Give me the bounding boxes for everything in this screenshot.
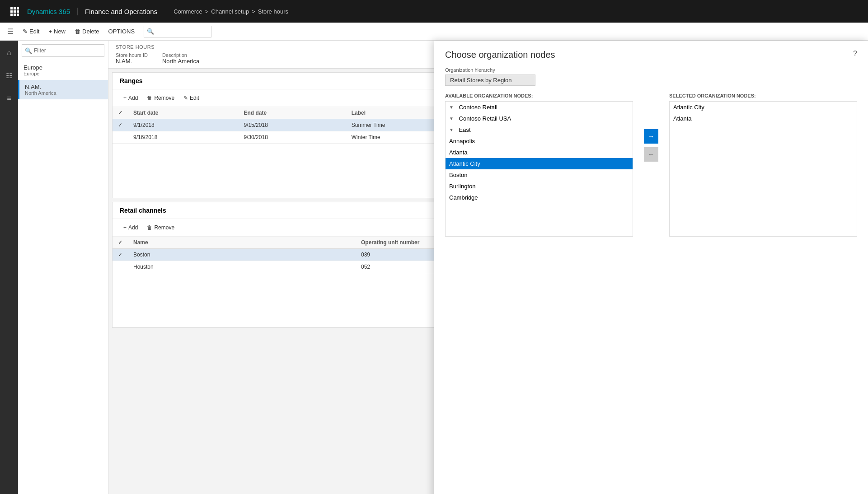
edit-icon-ranges: ✎ <box>183 95 188 101</box>
ranges-add-button[interactable]: + Add <box>120 92 141 104</box>
selected-node-atlantic-city[interactable]: Atlantic City <box>670 102 857 113</box>
node-contoso-retail[interactable]: ▼ Contoso Retail <box>446 102 633 113</box>
nav-item-europe-title: Europe <box>23 64 103 71</box>
description-field: Description North America <box>162 52 199 65</box>
description-value: North America <box>162 58 199 65</box>
channels-col-check: ✓ <box>113 237 128 249</box>
node-panels: AVAILABLE ORGANIZATION NODES: ▼ Contoso … <box>445 93 857 482</box>
node-contoso-retail-usa[interactable]: ▼ Contoso Retail USA <box>446 113 633 124</box>
filter-input[interactable] <box>34 47 102 54</box>
selected-list[interactable]: Atlantic City Atlanta <box>669 101 857 237</box>
transfer-right-button[interactable]: → <box>644 129 658 144</box>
row-check: ✓ <box>113 249 128 261</box>
node-label: Contoso Retail USA <box>459 115 511 122</box>
node-label: Cambridge <box>449 194 478 201</box>
options-button[interactable]: OPTIONS <box>105 25 139 38</box>
search-icon: 🔍 <box>147 28 154 35</box>
left-nav: 🔍 Europe Europe N.AM. North America <box>18 41 108 494</box>
row-check <box>113 261 128 273</box>
node-label: Annapolis <box>449 138 475 144</box>
sidebar-home-icon[interactable]: ⌂ <box>7 45 11 61</box>
node-burlington[interactable]: Burlington <box>446 181 633 192</box>
row-name: Boston <box>128 249 356 261</box>
nav-item-europe-subtitle: Europe <box>23 71 103 76</box>
selected-label: SELECTED ORGANIZATION NODES: <box>669 93 857 98</box>
row-start-date: 9/1/2018 <box>128 119 238 131</box>
nav-item-nam[interactable]: N.AM. North America <box>18 80 108 99</box>
node-label: Atlanta <box>673 115 691 122</box>
org-hierarchy-label: Organization hierarchy <box>445 67 857 73</box>
sidebar-menu-icon[interactable]: ≡ <box>7 91 11 106</box>
breadcrumb-channel-setup[interactable]: Channel setup <box>211 8 249 15</box>
row-end-date: 9/15/2018 <box>238 119 346 131</box>
delete-button[interactable]: 🗑 Delete <box>71 25 103 38</box>
ranges-col-end: End date <box>238 107 346 119</box>
filter-box: 🔍 <box>22 44 104 57</box>
selected-node-atlanta[interactable]: Atlanta <box>670 113 857 124</box>
channels-col-name: Name <box>128 237 356 249</box>
row-name: Houston <box>128 261 356 273</box>
breadcrumb-store-hours[interactable]: Store hours <box>258 8 288 15</box>
edit-icon: ✎ <box>23 28 28 35</box>
row-check <box>113 131 128 144</box>
new-button[interactable]: + New <box>45 25 69 38</box>
node-boston[interactable]: Boston <box>446 169 633 181</box>
channels-remove-button[interactable]: 🗑 Remove <box>143 222 178 233</box>
expander-icon: ▼ <box>449 127 454 132</box>
filter-search-icon: 🔍 <box>25 47 32 54</box>
channels-remove-icon: 🗑 <box>147 224 152 231</box>
hamburger-icon[interactable]: ☰ <box>4 25 17 38</box>
breadcrumb-commerce[interactable]: Commerce <box>174 8 202 15</box>
node-atlantic-city[interactable]: Atlantic City <box>446 158 633 169</box>
nav-item-europe[interactable]: Europe Europe <box>18 61 108 80</box>
channels-add-button[interactable]: + Add <box>120 222 141 233</box>
search-input[interactable] <box>154 28 208 35</box>
add-icon: + <box>123 95 127 101</box>
available-list[interactable]: ▼ Contoso Retail ▼ Contoso Retail USA ▼ … <box>445 101 633 237</box>
node-label: Atlantic City <box>449 160 480 167</box>
breadcrumb: Commerce > Channel setup > Store hours <box>174 8 288 15</box>
node-label: Atlanta <box>449 149 467 156</box>
node-east[interactable]: ▼ East <box>446 124 633 135</box>
nav-item-nam-subtitle: North America <box>25 90 103 96</box>
nav-item-nam-title: N.AM. <box>25 84 103 90</box>
left-sidebar: ⌂ ☷ ≡ <box>0 41 18 494</box>
dialog-help-button[interactable]: ? <box>853 50 857 58</box>
transfer-left-button[interactable]: ← <box>644 147 658 162</box>
description-label: Description <box>162 52 199 58</box>
dialog-body: Organization hierarchy Retail Stores by … <box>434 60 868 494</box>
delete-icon: 🗑 <box>75 28 80 35</box>
ranges-col-start: Start date <box>128 107 238 119</box>
ranges-remove-button[interactable]: 🗑 Remove <box>143 92 178 104</box>
node-label: Boston <box>449 172 467 178</box>
breadcrumb-sep2: > <box>252 8 255 15</box>
breadcrumb-sep1: > <box>205 8 209 15</box>
node-annapolis[interactable]: Annapolis <box>446 135 633 147</box>
channels-add-icon: + <box>123 224 127 231</box>
sidebar-filter-icon[interactable]: ☷ <box>6 68 12 84</box>
plus-icon: + <box>48 28 52 35</box>
expander-icon: ▼ <box>449 105 454 110</box>
node-label: Atlantic City <box>673 104 704 111</box>
grid-menu-button[interactable] <box>5 0 23 23</box>
ranges-edit-button[interactable]: ✎ Edit <box>180 92 203 104</box>
secondary-nav: ☰ ✎ Edit + New 🗑 Delete OPTIONS 🔍 <box>0 23 868 41</box>
row-start-date: 9/16/2018 <box>128 131 238 144</box>
app-name[interactable]: Dynamics 365 <box>23 8 78 15</box>
row-end-date: 9/30/2018 <box>238 131 346 144</box>
node-atlanta[interactable]: Atlanta <box>446 147 633 158</box>
row-check: ✓ <box>113 119 128 131</box>
node-cambridge[interactable]: Cambridge <box>446 192 633 203</box>
grid-icon <box>10 7 19 16</box>
remove-icon: 🗑 <box>147 95 152 101</box>
transfer-buttons: → ← <box>640 93 662 162</box>
module-name: Finance and Operations <box>78 8 164 15</box>
node-label: East <box>459 126 471 133</box>
org-hierarchy-value: Retail Stores by Region <box>445 75 535 86</box>
choose-org-nodes-dialog: Choose organization nodes ? Organization… <box>434 41 868 494</box>
search-box: 🔍 <box>144 26 211 37</box>
top-nav: Dynamics 365 Finance and Operations Comm… <box>0 0 868 23</box>
node-label: Burlington <box>449 183 476 190</box>
expander-icon: ▼ <box>449 116 454 121</box>
edit-button[interactable]: ✎ Edit <box>19 25 43 38</box>
